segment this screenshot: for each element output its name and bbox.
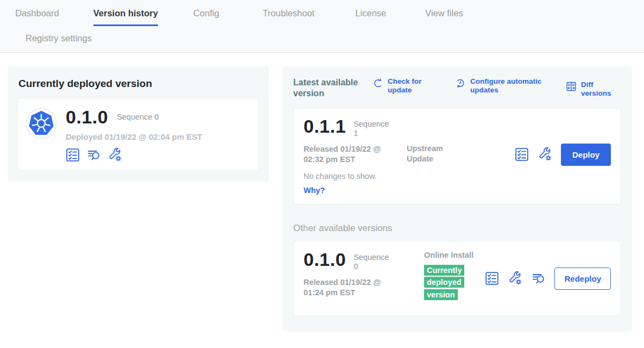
preflight-checklist-icon[interactable] — [515, 147, 529, 161]
tab-registry-settings[interactable]: Registry settings — [26, 33, 644, 44]
schedule-refresh-icon — [455, 78, 466, 89]
preflight-checklist-icon[interactable] — [66, 148, 80, 162]
panel-title: Currently deployed version — [18, 78, 259, 90]
deployed-timestamp: Deployed 01/19/22 @ 02:04 pm EST — [66, 132, 202, 141]
deploy-button[interactable]: Deploy — [561, 144, 611, 166]
preflight-checklist-icon[interactable] — [485, 271, 499, 285]
tab-dashboard[interactable]: Dashboard — [15, 8, 59, 26]
top-navigation: Dashboard Version history Config Trouble… — [0, 0, 644, 53]
status-badge: Currently deployed version — [424, 265, 464, 300]
tab-version-history[interactable]: Version history — [93, 8, 158, 26]
tab-troubleshoot[interactable]: Troubleshoot — [263, 8, 315, 26]
version-source: Upstream Update — [407, 144, 458, 165]
config-wrench-icon[interactable] — [538, 147, 552, 161]
sequence-label: Sequence 1 — [353, 117, 394, 139]
deploy-logs-icon[interactable] — [532, 271, 546, 285]
panel-title: Latest available version — [293, 77, 365, 99]
config-wrench-icon[interactable] — [508, 271, 522, 285]
check-for-update-link[interactable]: Check for update — [372, 77, 427, 95]
currently-deployed-badge: Currently deployed version — [424, 264, 476, 301]
check-for-update-label: Check for update — [388, 77, 427, 95]
version-number: 0.1.0 — [304, 250, 346, 269]
version-number: 0.1.0 — [66, 108, 108, 126]
other-available-versions-title: Other available versions — [293, 223, 621, 234]
version-action-icons — [66, 148, 202, 162]
version-action-icons — [485, 271, 546, 285]
version-source-column: Online Install Currently deployed versio… — [424, 250, 483, 301]
diff-versions-label: Diff versions — [581, 80, 621, 98]
why-link[interactable]: Why? — [304, 186, 611, 195]
secondary-tabs: Registry settings — [0, 33, 644, 44]
currently-deployed-panel: Currently deployed version 0.1.0 Sequenc… — [8, 66, 269, 182]
primary-tabs: Dashboard Version history Config Trouble… — [0, 0, 644, 26]
version-action-icons — [515, 147, 552, 161]
sequence-label: Sequence 0 — [353, 250, 394, 272]
kubernetes-logo-icon — [26, 108, 57, 139]
version-details: 0.1.0 Sequence 0 Released 01/19/22 @ 01:… — [304, 250, 412, 299]
deployed-version-card: 0.1.0 Sequence 0 Deployed 01/19/22 @ 02:… — [17, 98, 259, 171]
sequence-label: Sequence 0 — [117, 113, 159, 121]
changes-note: No changes to show. — [304, 172, 611, 181]
tab-license[interactable]: License — [355, 8, 386, 26]
config-wrench-icon[interactable] — [108, 148, 122, 162]
released-timestamp: Released 01/19/22 @ 01:24 pm EST — [304, 277, 395, 299]
tab-view-files[interactable]: View files — [425, 8, 463, 26]
tab-config[interactable]: Config — [193, 8, 219, 26]
redeploy-button[interactable]: Redeploy — [554, 268, 611, 290]
diff-versions-link[interactable]: Diff versions — [566, 80, 621, 98]
released-timestamp: Released 01/19/22 @ 02:32 pm EST — [304, 144, 395, 165]
version-number: 0.1.1 — [304, 117, 346, 135]
configure-automatic-updates-label: Configure automatic updates — [470, 77, 557, 95]
available-versions-panel: Latest available version Check for updat… — [282, 66, 632, 332]
refresh-icon — [372, 78, 383, 89]
other-version-card: 0.1.0 Sequence 0 Released 01/19/22 @ 01:… — [293, 241, 621, 316]
diff-icon — [566, 81, 577, 92]
deploy-logs-icon[interactable] — [87, 148, 101, 162]
latest-version-card: 0.1.1 Sequence 1 Released 01/19/22 @ 02:… — [293, 108, 621, 204]
version-source: Online Install — [424, 250, 476, 261]
deployed-version-details: 0.1.0 Sequence 0 Deployed 01/19/22 @ 02:… — [66, 108, 202, 162]
configure-automatic-updates-link[interactable]: Configure automatic updates — [455, 77, 557, 95]
available-versions-header: Latest available version Check for updat… — [293, 77, 621, 99]
